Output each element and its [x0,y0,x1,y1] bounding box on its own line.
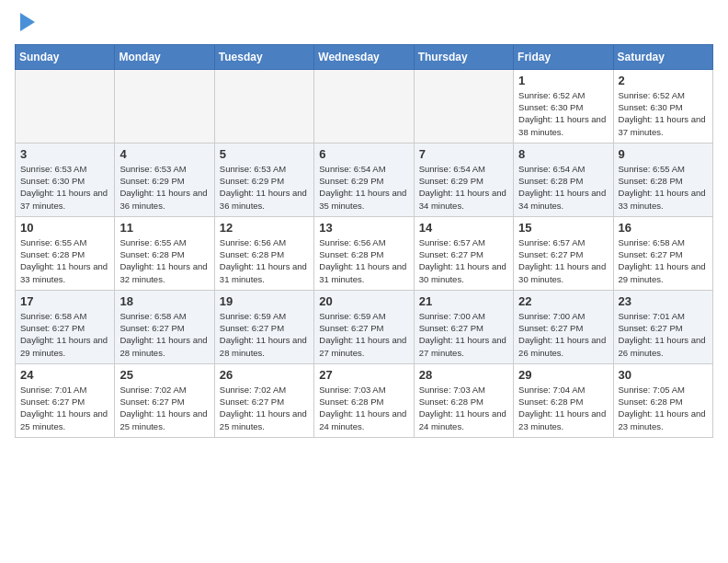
week-row-4: 17Sunrise: 6:58 AM Sunset: 6:27 PM Dayli… [16,290,713,363]
day-number: 10 [20,221,109,235]
weekday-header-friday: Friday [514,44,613,69]
day-info: Sunrise: 6:53 AM Sunset: 6:30 PM Dayligh… [20,163,109,212]
day-info: Sunrise: 6:53 AM Sunset: 6:29 PM Dayligh… [119,163,209,212]
calendar-cell: 6Sunrise: 6:54 AM Sunset: 6:29 PM Daylig… [314,143,414,216]
day-info: Sunrise: 6:59 AM Sunset: 6:27 PM Dayligh… [220,310,309,359]
calendar-cell: 2Sunrise: 6:52 AM Sunset: 6:30 PM Daylig… [613,69,712,143]
calendar-cell: 12Sunrise: 6:56 AM Sunset: 6:28 PM Dayli… [214,216,313,290]
day-number: 17 [20,294,109,308]
day-info: Sunrise: 6:56 AM Sunset: 6:28 PM Dayligh… [220,236,309,285]
day-info: Sunrise: 6:59 AM Sunset: 6:27 PM Dayligh… [319,310,408,359]
calendar-cell: 21Sunrise: 7:00 AM Sunset: 6:27 PM Dayli… [414,290,513,363]
day-info: Sunrise: 6:58 AM Sunset: 6:27 PM Dayligh… [20,310,109,359]
calendar-cell: 27Sunrise: 7:03 AM Sunset: 6:28 PM Dayli… [314,363,414,437]
day-info: Sunrise: 6:55 AM Sunset: 6:28 PM Dayligh… [619,163,708,212]
day-number: 25 [119,368,209,382]
weekday-header-row: SundayMondayTuesdayWednesdayThursdayFrid… [16,44,713,69]
calendar-cell: 20Sunrise: 6:59 AM Sunset: 6:27 PM Dayli… [314,290,414,363]
calendar-cell: 8Sunrise: 6:54 AM Sunset: 6:28 PM Daylig… [514,143,613,216]
day-number: 14 [419,221,508,235]
day-info: Sunrise: 7:03 AM Sunset: 6:28 PM Dayligh… [319,384,408,432]
week-row-3: 10Sunrise: 6:55 AM Sunset: 6:28 PM Dayli… [16,216,713,290]
calendar-cell: 5Sunrise: 6:53 AM Sunset: 6:29 PM Daylig… [214,143,313,216]
day-number: 12 [220,221,309,235]
calendar-cell: 10Sunrise: 6:55 AM Sunset: 6:28 PM Dayli… [16,216,115,290]
logo [15,15,35,33]
calendar-cell: 9Sunrise: 6:55 AM Sunset: 6:28 PM Daylig… [613,143,712,216]
day-info: Sunrise: 7:00 AM Sunset: 6:27 PM Dayligh… [518,310,608,359]
calendar-table: SundayMondayTuesdayWednesdayThursdayFrid… [15,44,713,438]
calendar-cell: 18Sunrise: 6:58 AM Sunset: 6:27 PM Dayli… [115,290,214,363]
day-number: 16 [619,221,708,235]
calendar-cell: 22Sunrise: 7:00 AM Sunset: 6:27 PM Dayli… [514,290,613,363]
day-info: Sunrise: 6:52 AM Sunset: 6:30 PM Dayligh… [619,89,708,138]
calendar-cell: 1Sunrise: 6:52 AM Sunset: 6:30 PM Daylig… [514,69,613,143]
weekday-header-tuesday: Tuesday [214,44,313,69]
day-number: 2 [619,74,708,87]
day-number: 3 [20,147,109,161]
day-number: 4 [119,147,209,161]
day-number: 28 [419,368,508,382]
weekday-header-saturday: Saturday [613,44,712,69]
day-info: Sunrise: 6:55 AM Sunset: 6:28 PM Dayligh… [119,236,209,285]
calendar-cell: 28Sunrise: 7:03 AM Sunset: 6:28 PM Dayli… [414,363,513,437]
day-info: Sunrise: 6:53 AM Sunset: 6:29 PM Dayligh… [220,163,309,212]
weekday-header-sunday: Sunday [16,44,115,69]
calendar-cell [414,69,513,143]
day-info: Sunrise: 7:02 AM Sunset: 6:27 PM Dayligh… [220,384,309,432]
day-info: Sunrise: 7:03 AM Sunset: 6:28 PM Dayligh… [419,384,508,432]
calendar-cell: 25Sunrise: 7:02 AM Sunset: 6:27 PM Dayli… [115,363,214,437]
day-number: 8 [518,147,608,161]
day-number: 7 [419,147,508,161]
day-number: 11 [119,221,209,235]
calendar-cell: 26Sunrise: 7:02 AM Sunset: 6:27 PM Dayli… [214,363,313,437]
page-header [15,15,713,33]
day-info: Sunrise: 6:56 AM Sunset: 6:28 PM Dayligh… [319,236,408,285]
day-info: Sunrise: 6:58 AM Sunset: 6:27 PM Dayligh… [619,236,708,285]
calendar-cell: 30Sunrise: 7:05 AM Sunset: 6:28 PM Dayli… [613,363,712,437]
calendar-cell [214,69,313,143]
day-info: Sunrise: 7:05 AM Sunset: 6:28 PM Dayligh… [619,384,708,432]
calendar-cell: 13Sunrise: 6:56 AM Sunset: 6:28 PM Dayli… [314,216,414,290]
day-number: 5 [220,147,309,161]
calendar-cell: 4Sunrise: 6:53 AM Sunset: 6:29 PM Daylig… [115,143,214,216]
calendar-cell: 23Sunrise: 7:01 AM Sunset: 6:27 PM Dayli… [613,290,712,363]
day-number: 1 [518,74,608,87]
weekday-header-thursday: Thursday [414,44,513,69]
weekday-header-monday: Monday [115,44,214,69]
day-info: Sunrise: 6:57 AM Sunset: 6:27 PM Dayligh… [419,236,508,285]
calendar-cell [16,69,115,143]
day-number: 24 [20,368,109,382]
week-row-5: 24Sunrise: 7:01 AM Sunset: 6:27 PM Dayli… [16,363,713,437]
day-number: 13 [319,221,408,235]
day-number: 15 [518,221,608,235]
calendar-cell: 16Sunrise: 6:58 AM Sunset: 6:27 PM Dayli… [613,216,712,290]
calendar-cell: 15Sunrise: 6:57 AM Sunset: 6:27 PM Dayli… [514,216,613,290]
logo-arrow-icon [20,13,35,31]
week-row-2: 3Sunrise: 6:53 AM Sunset: 6:30 PM Daylig… [16,143,713,216]
day-number: 22 [518,294,608,308]
calendar-cell: 29Sunrise: 7:04 AM Sunset: 6:28 PM Dayli… [514,363,613,437]
calendar-cell: 7Sunrise: 6:54 AM Sunset: 6:29 PM Daylig… [414,143,513,216]
day-number: 26 [220,368,309,382]
calendar-cell: 14Sunrise: 6:57 AM Sunset: 6:27 PM Dayli… [414,216,513,290]
day-number: 20 [319,294,408,308]
day-info: Sunrise: 7:01 AM Sunset: 6:27 PM Dayligh… [619,310,708,359]
day-number: 30 [619,368,708,382]
day-info: Sunrise: 7:01 AM Sunset: 6:27 PM Dayligh… [20,384,109,432]
day-number: 19 [220,294,309,308]
day-number: 6 [319,147,408,161]
calendar-cell: 24Sunrise: 7:01 AM Sunset: 6:27 PM Dayli… [16,363,115,437]
day-number: 27 [319,368,408,382]
day-info: Sunrise: 6:58 AM Sunset: 6:27 PM Dayligh… [119,310,209,359]
calendar-cell: 19Sunrise: 6:59 AM Sunset: 6:27 PM Dayli… [214,290,313,363]
day-number: 9 [619,147,708,161]
calendar-cell: 11Sunrise: 6:55 AM Sunset: 6:28 PM Dayli… [115,216,214,290]
weekday-header-wednesday: Wednesday [314,44,414,69]
day-info: Sunrise: 6:54 AM Sunset: 6:29 PM Dayligh… [419,163,508,212]
day-info: Sunrise: 6:57 AM Sunset: 6:27 PM Dayligh… [518,236,608,285]
day-info: Sunrise: 7:04 AM Sunset: 6:28 PM Dayligh… [518,384,608,432]
day-info: Sunrise: 6:55 AM Sunset: 6:28 PM Dayligh… [20,236,109,285]
day-number: 18 [119,294,209,308]
day-info: Sunrise: 7:02 AM Sunset: 6:27 PM Dayligh… [119,384,209,432]
